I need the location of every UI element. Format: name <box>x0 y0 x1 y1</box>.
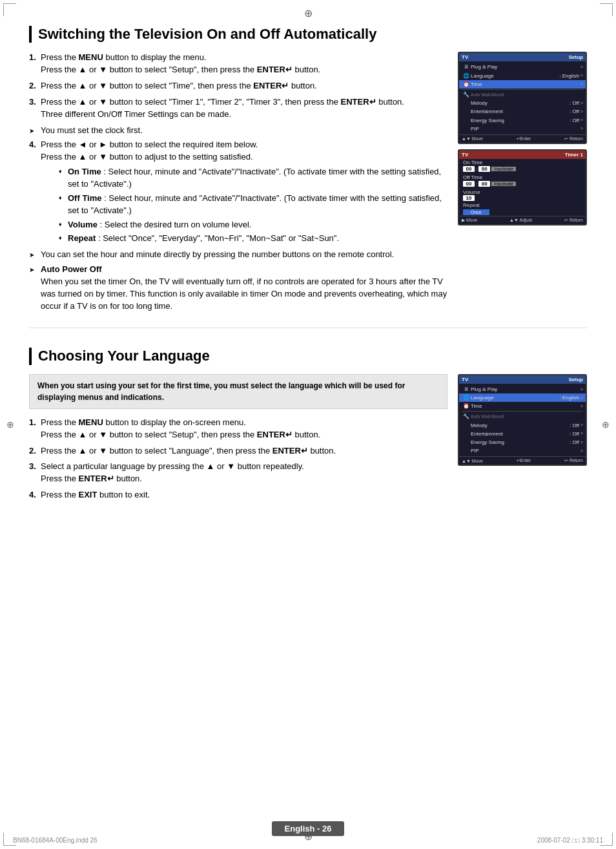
tv1-lang-arrow: > <box>580 72 583 79</box>
arrow-auto-power: Auto Power Off When you set the timer On… <box>29 264 447 312</box>
tv3-row-language: 🌐 Language : English > <box>459 393 586 402</box>
step-2: Press the ▲ or ▼ button to select "Time"… <box>29 80 447 92</box>
crosshair-left-icon: ⊕ <box>6 419 14 430</box>
tv1-melody-arrow: > <box>580 100 583 107</box>
crosshair-right-icon: ⊕ <box>602 419 610 430</box>
tv1-footer-move: ▲▼ Move <box>462 136 483 142</box>
tv1-icon-time: ⏰ <box>462 81 471 88</box>
corner-tl <box>3 3 16 16</box>
tv3-ent-arrow: > <box>580 430 583 437</box>
tv3-label: TV <box>462 377 468 383</box>
tv-setup-screen: TV Setup 🖥 Plug & Play > 🌐 Language : En… <box>458 52 587 144</box>
section2-info-box: When you start using your set for the fi… <box>29 374 447 409</box>
tv3-footer: ▲▼ Move ↵Enter ↩ Return <box>459 456 586 465</box>
section1-header: Switching the Television On and Off Auto… <box>29 26 587 43</box>
step-3: Press the ▲ or ▼ button to select "Timer… <box>29 96 447 121</box>
tv1-pip-arrow: > <box>580 125 583 132</box>
section2-info-text: When you start using your set for the fi… <box>37 381 405 402</box>
section2-text: When you start using your set for the fi… <box>29 374 447 505</box>
tv1-label: TV <box>462 54 468 60</box>
tv1-icon-plug: 🖥 <box>462 63 471 70</box>
tv3-row-plug: 🖥 Plug & Play > <box>459 385 586 393</box>
tv3-energy-value: : Off <box>570 439 579 446</box>
tv-images-col: TV Setup 🖥 Plug & Play > 🌐 Language : En… <box>458 52 587 315</box>
tv1-row-entertainment: Entertainment : Off > <box>459 107 586 116</box>
tv2-repeat-label: Repeat <box>463 202 582 208</box>
tv2-offtime-label: Off Time <box>463 174 582 180</box>
tv2-footer-adjust: ▲▼ Adjust <box>509 218 532 223</box>
tv1-melody-value: : Off <box>570 100 579 107</box>
tv3-row-entertainment: Entertainment : Off > <box>459 430 586 438</box>
tv2-volume-val: 10 <box>463 195 475 201</box>
tv3-row-melody: Melody : Off > <box>459 421 586 430</box>
tv2-timer-label: Timer 1 <box>565 152 583 158</box>
tv3-pip-label: PIP <box>471 447 580 454</box>
tv1-footer: ▲▼ Move ↵Enter ↩ Return <box>459 134 586 143</box>
tv2-offtime-section: Off Time 00 : 00 Inactivate <box>459 174 586 189</box>
tv1-plug-arrow: > <box>580 64 583 70</box>
tv1-footer-return: ↩ Return <box>564 136 583 142</box>
tv3-body: 🖥 Plug & Play > 🌐 Language : English > ⏰ <box>459 384 586 457</box>
tv-timer-screen: TV Timer 1 On Time 00 : 00 Inactivate Of… <box>458 149 587 225</box>
tv2-repeat-section: Repeat Once <box>459 202 586 216</box>
section2-steps: Press the MENU button to display the on-… <box>29 417 447 501</box>
tv2-footer-move: ▶ Move <box>462 218 477 223</box>
tv3-ent-label: Entertainment <box>471 430 570 437</box>
tv1-energy-value: : Off <box>570 117 579 124</box>
section1-text: Press the MENU button to display the men… <box>29 52 447 315</box>
tv2-ontime-label: On Time <box>463 160 582 165</box>
tv3-time-arrow: > <box>580 403 583 410</box>
s2-step-3: Select a particular language by pressing… <box>29 461 447 485</box>
tv1-pip-label: PIP <box>471 125 580 132</box>
arrow-note-1: You must set the clock first. <box>29 125 447 137</box>
tv3-plug-arrow: > <box>580 386 583 393</box>
tv1-energy-label: Energy Saving <box>471 117 570 124</box>
tv3-lang-value: : English <box>559 394 579 401</box>
step-1: Press the MENU button to display the men… <box>29 52 447 76</box>
tv2-volume-section: Volume 10 <box>459 189 586 202</box>
bottom-bar: English - 26 <box>0 821 616 836</box>
tv2-label: TV <box>462 152 468 158</box>
bullet-on-time: On Time : Select hour, minute and "Activ… <box>59 166 447 191</box>
tv1-row-melody: Melody : Off > <box>459 99 586 107</box>
section1-steps: Press the MENU button to display the men… <box>29 52 447 120</box>
tv3-row-time: ⏰ Time > <box>459 402 586 410</box>
tv1-icon-wall: 🔧 <box>462 91 471 98</box>
tv2-ontime-btn: Inactivate <box>491 167 516 171</box>
tv1-wall-label: Auto Wall-Mount <box>471 92 583 98</box>
tv3-icon-plug: 🖥 <box>462 386 471 393</box>
tv3-energy-label: Energy Saving <box>471 439 570 446</box>
bullet-repeat: Repeat : Select "Once", "Everyday", "Mon… <box>59 233 447 245</box>
tv1-ent-arrow: > <box>580 109 583 115</box>
tv3-footer-move: ▲▼ Move <box>462 458 483 463</box>
tv2-ontime-m: 00 <box>478 166 490 172</box>
tv3-lang-label: Language <box>471 394 559 401</box>
tv1-icon-lang: 🌐 <box>462 72 471 79</box>
s2-step-1: Press the MENU button to display the on-… <box>29 417 447 441</box>
tv2-offtime-h: 00 <box>463 181 475 187</box>
tv1-header: TV Setup <box>459 53 586 61</box>
tv1-melody-label: Melody <box>471 100 570 107</box>
section-divider <box>29 328 587 328</box>
tv1-row-autowallmount: 🔧 Auto Wall-Mount <box>459 90 586 99</box>
tv1-ent-value: : Off <box>570 108 579 115</box>
tv2-offtime-m: 00 <box>478 181 490 187</box>
tv1-setup-label: Setup <box>569 54 583 60</box>
tv2-footer: ▶ Move ▲▼ Adjust ↩ Return <box>459 216 586 224</box>
tv3-footer-enter: ↵Enter <box>517 458 531 463</box>
section1-title: Switching the Television On and Off Auto… <box>38 26 587 43</box>
corner-tr <box>600 3 613 16</box>
tv3-melody-label: Melody <box>471 422 570 429</box>
tv1-footer-enter: ↵Enter <box>517 136 531 142</box>
tv3-row-pip: PIP > <box>459 446 586 455</box>
tv3-divider <box>462 411 583 412</box>
tv1-time-arrow: > <box>580 81 583 87</box>
tv2-volume-label: Volume <box>463 189 582 195</box>
tv3-icon-lang: 🌐 <box>462 394 471 401</box>
tv3-screen: TV Setup 🖥 Plug & Play > 🌐 Language : En… <box>458 374 587 466</box>
tv3-footer-return: ↩ Return <box>564 458 583 463</box>
bullet-volume: Volume : Select the desired turn on volu… <box>59 219 447 231</box>
section2-header: Choosing Your Language <box>29 348 587 364</box>
tv2-ontime-row: 00 : 00 Inactivate <box>463 166 582 172</box>
footer-right: 2008-07-02 □□ 3:30:11 <box>537 837 603 844</box>
